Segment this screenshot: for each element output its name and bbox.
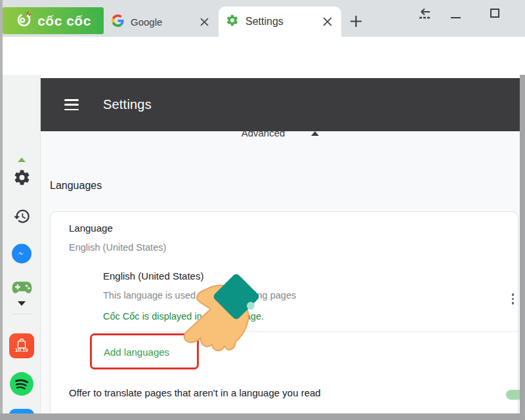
sidebar-scroll-up-icon[interactable] <box>3 158 41 162</box>
languages-section-title: Languages <box>50 180 102 192</box>
language-item-title: English (United States) <box>103 270 203 282</box>
shopee-badge-label: 10.10 <box>15 347 28 353</box>
sidebar-games-icon[interactable] <box>3 280 41 295</box>
settings-gear-favicon <box>226 14 239 30</box>
maximize-button[interactable] <box>490 9 499 18</box>
settings-page-title: Settings <box>103 97 152 112</box>
tab-google-label: Google <box>131 16 162 28</box>
tab-strip: cốc cốc Google Settings <box>0 0 525 37</box>
google-favicon <box>112 14 124 30</box>
language-item-note: Cốc Cốc is displayed in this language. <box>103 311 264 322</box>
sidebar-messenger-icon[interactable] <box>3 243 41 265</box>
sidebar-spotify-icon[interactable] <box>3 371 41 396</box>
card-divider <box>103 331 518 332</box>
tab-settings-close-icon[interactable] <box>322 16 333 28</box>
offer-translate-label: Offer to translate pages that aren't in … <box>69 387 321 398</box>
tab-search-icon[interactable] <box>417 9 432 20</box>
settings-page: Advanced Settings Languages Language Eng… <box>41 75 520 413</box>
tab-settings[interactable]: Settings <box>219 7 341 37</box>
offer-translate-toggle[interactable] <box>506 390 520 400</box>
languages-card: Language English (United States) English… <box>50 211 518 413</box>
language-item-subtitle: This language is used when translating p… <box>103 290 296 301</box>
hamburger-menu-icon[interactable] <box>64 99 79 110</box>
sidebar-settings-icon[interactable] <box>3 169 41 186</box>
tab-settings-label: Settings <box>245 16 284 28</box>
tab-google-close-icon[interactable] <box>198 16 210 28</box>
brand-tab-coccoc[interactable]: cốc cốc <box>3 7 104 34</box>
sidebar-scroll-down-icon[interactable] <box>3 301 41 306</box>
more-actions-icon[interactable] <box>509 291 517 307</box>
sidebar-shopee-icon[interactable]: 10.10 <box>3 333 41 358</box>
browser-toolbar: Cốc Cốc coccoc://settings/lan... <box>0 37 525 75</box>
language-group-label: Language <box>69 222 113 234</box>
coccoc-logo-icon <box>15 10 33 31</box>
window-right-border <box>520 75 525 420</box>
language-group-value: English (United States) <box>69 242 166 253</box>
new-tab-button[interactable] <box>348 14 363 28</box>
brand-tab-label: cốc cốc <box>37 13 91 29</box>
window-bottom-border <box>0 413 525 420</box>
minimize-button[interactable] <box>451 17 461 18</box>
chevron-up-icon <box>311 131 319 136</box>
sidebar: 10.10 TIKI 10.10 Laz 10.10 <box>3 75 41 413</box>
tab-google[interactable]: Google <box>106 8 217 35</box>
window-left-border <box>0 0 3 420</box>
sidebar-divider <box>12 314 32 314</box>
settings-header-bar: Settings <box>41 78 520 131</box>
sidebar-history-icon[interactable] <box>3 207 41 225</box>
add-languages-button[interactable]: Add languages <box>104 346 169 358</box>
